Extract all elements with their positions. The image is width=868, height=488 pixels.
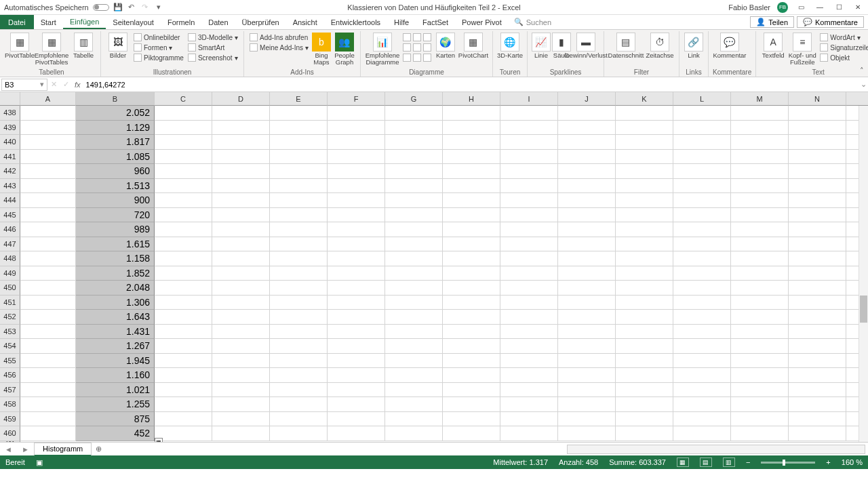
cell-M449[interactable] [731,266,789,281]
cell-D456[interactable] [212,368,270,383]
cell-A446[interactable] [20,222,76,237]
cell-M441[interactable] [731,150,789,165]
cell-L445[interactable] [673,208,731,223]
signature-button[interactable]: Signaturzeile ▾ [818,43,868,52]
cell-G452[interactable] [385,310,443,325]
cell-K444[interactable] [616,193,673,208]
cell-A451[interactable] [20,296,76,310]
cell-M442[interactable] [731,164,789,179]
cell-K438[interactable] [616,106,673,121]
textbox-button[interactable]: ATextfeld [760,31,786,68]
cell-A452[interactable] [20,310,76,325]
cell-I457[interactable] [500,383,558,398]
cell-H446[interactable] [443,222,500,237]
cell-N452[interactable] [789,310,846,325]
cell-G443[interactable] [385,179,443,194]
cell-M452[interactable] [731,310,789,325]
macro-record-icon[interactable]: ▣ [36,458,43,467]
cell-D444[interactable] [212,193,270,208]
comments-button[interactable]: 💬Kommentare [797,16,864,28]
cell-K445[interactable] [616,208,673,223]
cell-C455[interactable] [155,354,212,369]
cell-N457[interactable] [789,383,846,398]
cell-B447[interactable]: 1.615 [76,237,155,252]
cell-C442[interactable] [155,164,212,179]
sparkline-winloss-button[interactable]: ▬Gewinn/Verlust [572,31,599,68]
cell-I449[interactable] [500,266,558,281]
row-header[interactable]: 459 [0,412,20,427]
cell-N456[interactable] [789,368,846,383]
cell-G440[interactable] [385,135,443,150]
cell-L449[interactable] [673,266,731,281]
cell-H458[interactable] [443,397,500,412]
cell-E441[interactable] [270,150,328,165]
cell-E452[interactable] [270,310,328,325]
col-header-E[interactable]: E [270,92,328,106]
cell-J453[interactable] [558,325,616,340]
col-header-A[interactable]: A [20,92,76,106]
people-graph-button[interactable]: 👥People Graph [333,31,356,68]
cell-J447[interactable] [558,237,616,252]
shapes-button[interactable]: Formen ▾ [132,43,185,52]
cell-G449[interactable] [385,266,443,281]
cell-E442[interactable] [270,164,328,179]
cell-E439[interactable] [270,121,328,136]
cell-G441[interactable] [385,150,443,165]
cell-N449[interactable] [789,266,846,281]
row-header[interactable]: 438 [0,106,20,121]
cell-F459[interactable] [328,412,385,427]
row-header[interactable]: 453 [0,325,20,340]
cell-C438[interactable] [155,106,212,121]
cell-C451[interactable] [155,296,212,310]
row-header[interactable]: 461 [0,441,20,443]
tab-file[interactable]: Datei [0,15,34,29]
cell-N460[interactable] [789,426,846,441]
cell-N451[interactable] [789,296,846,310]
zoom-slider[interactable] [761,462,815,464]
cell-H447[interactable] [443,237,500,252]
cell-K456[interactable] [616,368,673,383]
cell-E459[interactable] [270,412,328,427]
cell-K458[interactable] [616,397,673,412]
cell-N446[interactable] [789,222,846,237]
cell-H456[interactable] [443,368,500,383]
cell-H452[interactable] [443,310,500,325]
tab-powerpivot[interactable]: Power Pivot [455,15,509,29]
cell-L441[interactable] [673,150,731,165]
cell-G447[interactable] [385,237,443,252]
autosave-toggle[interactable] [93,4,109,11]
cell-E454[interactable] [270,339,328,354]
formula-input[interactable]: 1491,64272 [83,81,859,89]
cell-H459[interactable] [443,412,500,427]
cell-J442[interactable] [558,164,616,179]
cell-H460[interactable] [443,426,500,441]
cell-J448[interactable] [558,251,616,266]
link-button[interactable]: 🔗Link [684,31,704,68]
cell-F457[interactable] [328,383,385,398]
my-addins-button[interactable]: Meine Add-Ins ▾ [248,43,310,52]
cell-F451[interactable] [328,296,385,310]
cell-N443[interactable] [789,179,846,194]
cell-A458[interactable] [20,397,76,412]
cell-F454[interactable] [328,339,385,354]
cell-K455[interactable] [616,354,673,369]
cell-F452[interactable] [328,310,385,325]
cell-I455[interactable] [500,354,558,369]
minimize-icon[interactable]: — [814,3,826,12]
new-sheet-icon[interactable]: ⊕ [92,445,105,453]
cell-F455[interactable] [328,354,385,369]
cell-F448[interactable] [328,251,385,266]
fx-icon[interactable]: fx [72,81,83,89]
cell-J450[interactable] [558,281,616,296]
cell-B439[interactable]: 1.129 [76,121,155,136]
tab-hilfe[interactable]: Hilfe [387,15,416,29]
cell-N445[interactable] [789,208,846,223]
cell-G451[interactable] [385,296,443,310]
cell-B448[interactable]: 1.158 [76,251,155,266]
cell-K440[interactable] [616,135,673,150]
cell-M440[interactable] [731,135,789,150]
cell-M455[interactable] [731,354,789,369]
cell-K450[interactable] [616,281,673,296]
avatar[interactable]: FB [777,2,788,13]
cell-C456[interactable] [155,368,212,383]
